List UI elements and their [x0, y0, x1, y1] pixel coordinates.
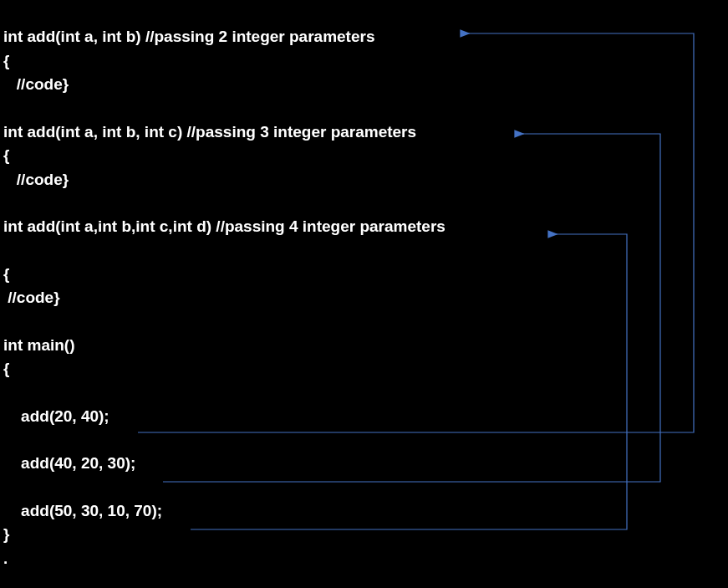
main-signature: int main() [3, 334, 725, 358]
code-placeholder: //code} [3, 286, 725, 310]
code-placeholder: //code} [3, 73, 725, 97]
call-2: add(40, 20, 30); [3, 452, 725, 476]
function-2-signature: int add(int a, int b, int c) //passing 3… [3, 120, 725, 145]
brace-open: { [3, 263, 725, 287]
brace-open: { [3, 357, 725, 381]
function-1-signature: int add(int a, int b) //passing 2 intege… [3, 25, 725, 49]
code-placeholder: //code} [3, 168, 725, 192]
brace-close: } [3, 523, 725, 547]
call-1: add(20, 40); [3, 405, 725, 429]
brace-open: { [3, 144, 725, 168]
brace-open: { [3, 49, 725, 74]
function-3-signature: int add(int a,int b,int c,int d) //passi… [3, 215, 725, 239]
code-block: int add(int a, int b) //passing 2 intege… [0, 0, 728, 570]
call-3: add(50, 30, 10, 70); [3, 499, 725, 524]
dot: . [3, 547, 725, 571]
